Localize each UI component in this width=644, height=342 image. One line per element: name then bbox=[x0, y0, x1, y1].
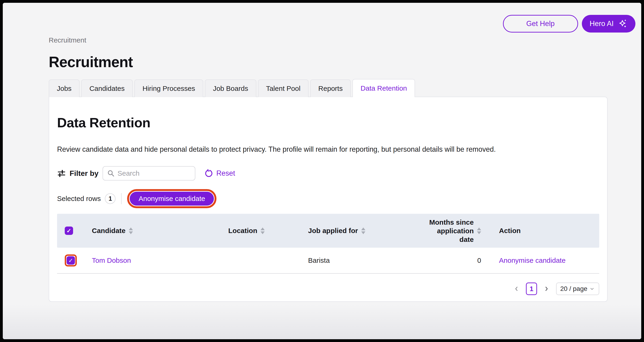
row-checkbox[interactable]: ✓ bbox=[66, 256, 75, 265]
tab-candidates[interactable]: Candidates bbox=[81, 79, 133, 97]
header-cell-action: Action bbox=[488, 227, 599, 235]
header-cell-select: ✓ bbox=[57, 227, 82, 235]
filter-sliders-icon bbox=[57, 169, 66, 178]
row-cell-months-since: 0 bbox=[421, 256, 488, 264]
sort-icon[interactable] bbox=[260, 228, 265, 234]
anonymise-candidate-button[interactable]: Anonymise candidate bbox=[130, 192, 214, 206]
filter-row: Filter by Reset bbox=[57, 166, 599, 181]
reset-control[interactable]: Reset bbox=[204, 169, 235, 178]
sort-icon[interactable] bbox=[477, 228, 481, 234]
page-size-select[interactable]: 20 / page bbox=[556, 282, 599, 295]
header-cell-candidate[interactable]: Candidate bbox=[82, 227, 219, 235]
header-cell-location[interactable]: Location bbox=[219, 227, 299, 235]
months-since-value: 0 bbox=[477, 256, 481, 264]
header-label-action: Action bbox=[499, 227, 520, 235]
header-label-job-applied-for: Job applied for bbox=[308, 227, 358, 235]
page-number-button[interactable]: 1 bbox=[526, 282, 537, 295]
row-cell-select: ✓ bbox=[57, 254, 82, 266]
annotation-highlight-ring: ✓ bbox=[65, 254, 77, 266]
page-title: Recruitment bbox=[49, 53, 641, 71]
filter-by-text: Filter by bbox=[70, 169, 98, 178]
search-input[interactable] bbox=[103, 166, 195, 180]
hero-ai-button[interactable]: Hero AI bbox=[582, 15, 636, 33]
next-page-button[interactable] bbox=[543, 285, 550, 292]
tab-job-boards[interactable]: Job Boards bbox=[205, 79, 256, 97]
previous-page-button[interactable] bbox=[513, 285, 520, 292]
chevron-down-icon bbox=[589, 286, 595, 292]
select-all-checkbox[interactable]: ✓ bbox=[65, 227, 73, 235]
vertical-divider bbox=[121, 193, 122, 204]
selected-rows-label: Selected rows bbox=[57, 195, 101, 203]
tab-reports[interactable]: Reports bbox=[310, 79, 351, 97]
reset-icon bbox=[204, 169, 213, 178]
tab-jobs[interactable]: Jobs bbox=[49, 79, 80, 97]
filter-by-label: Filter by bbox=[57, 169, 98, 178]
selected-rows-count-badge: 1 bbox=[105, 193, 116, 204]
header-label-months-since: Months since application date bbox=[421, 218, 474, 244]
search-box bbox=[102, 166, 195, 181]
search-icon bbox=[107, 169, 114, 177]
row-cell-action: Anonymise candidate bbox=[488, 256, 599, 264]
tab-data-retention[interactable]: Data Retention bbox=[352, 79, 415, 97]
anonymise-candidate-link[interactable]: Anonymise candidate bbox=[499, 256, 566, 264]
table-row: ✓ Tom Dobson Barista 0 Anonymise candida… bbox=[57, 248, 599, 274]
page-bottom-gradient bbox=[3, 304, 641, 339]
panel-description: Review candidate data and hide personal … bbox=[57, 145, 599, 153]
data-retention-panel: Data Retention Review candidate data and… bbox=[49, 97, 608, 302]
topbar: Get Help Hero AI bbox=[3, 3, 641, 33]
pagination: 1 20 / page bbox=[57, 282, 599, 295]
sort-icon[interactable] bbox=[361, 228, 366, 234]
header-cell-job-applied-for[interactable]: Job applied for bbox=[299, 227, 421, 235]
candidate-link[interactable]: Tom Dobson bbox=[92, 256, 131, 264]
chevron-right-icon bbox=[543, 285, 550, 292]
breadcrumb[interactable]: Recruitment bbox=[49, 36, 641, 44]
tab-hiring-processes[interactable]: Hiring Processes bbox=[134, 79, 203, 97]
tab-bar: Jobs Candidates Hiring Processes Job Boa… bbox=[49, 79, 641, 97]
chevron-left-icon bbox=[513, 285, 520, 292]
job-applied-for-value: Barista bbox=[308, 256, 330, 264]
header-label-candidate: Candidate bbox=[92, 227, 126, 235]
row-cell-candidate: Tom Dobson bbox=[82, 256, 219, 264]
page-size-value: 20 / page bbox=[560, 285, 588, 292]
header-cell-months-since[interactable]: Months since application date bbox=[421, 218, 488, 244]
header-label-location: Location bbox=[228, 227, 257, 235]
hero-ai-button-label: Hero AI bbox=[590, 20, 614, 28]
panel-heading: Data Retention bbox=[57, 115, 599, 130]
row-cell-job-applied-for: Barista bbox=[299, 256, 421, 264]
annotation-highlight-ring: Anonymise candidate bbox=[127, 189, 216, 208]
table-header-row: ✓ Candidate Location Job applied for Mon… bbox=[57, 214, 599, 248]
tab-talent-pool[interactable]: Talent Pool bbox=[258, 79, 308, 97]
candidates-table: ✓ Candidate Location Job applied for Mon… bbox=[57, 214, 599, 274]
reset-label: Reset bbox=[216, 169, 235, 178]
get-help-button[interactable]: Get Help bbox=[503, 15, 578, 33]
sort-icon[interactable] bbox=[129, 228, 133, 234]
sparkles-icon bbox=[618, 19, 628, 29]
app-window: Get Help Hero AI Recruitment Recruitment… bbox=[3, 3, 641, 339]
selection-row: Selected rows 1 Anonymise candidate bbox=[57, 189, 599, 208]
